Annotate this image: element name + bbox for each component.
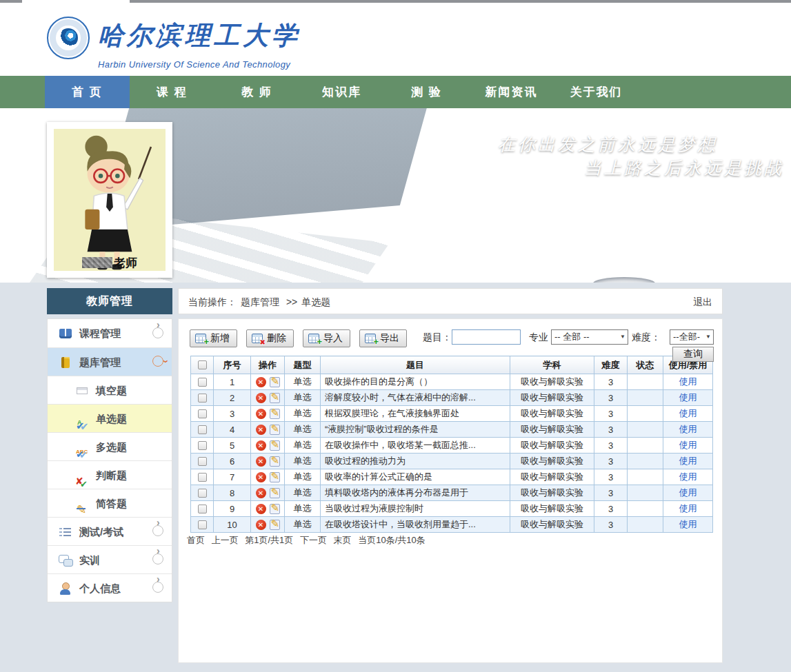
sidebar-item-label: 个人信息	[79, 582, 121, 594]
page-last[interactable]: 末页	[334, 535, 352, 545]
cell-difficulty: 3	[594, 454, 628, 469]
import-button[interactable]: 导入	[303, 329, 350, 347]
row-checkbox[interactable]	[198, 409, 207, 418]
cell-type: 单选	[285, 517, 321, 533]
table-row: 1 单选 吸收操作的目的是分离（） 吸收与解吸实验 3 使用	[191, 374, 713, 390]
sidebar-item-label: 题库管理	[79, 356, 121, 368]
delete-button[interactable]: 删除	[246, 329, 294, 347]
row-checkbox[interactable]	[198, 378, 207, 387]
table-header-row: 序号 操作 题型 题目 学科 难度 状态 使用/禁用	[191, 356, 713, 374]
page-prev[interactable]: 上一页	[212, 535, 239, 545]
row-checkbox[interactable]	[198, 505, 207, 513]
cell-difficulty: 3	[594, 422, 628, 438]
nav-quiz[interactable]: 测 验	[384, 76, 469, 108]
cell-title: 在吸收操作中，吸收塔某一截面总推...	[321, 438, 510, 454]
major-select[interactable]: -- 全部 --	[551, 329, 628, 345]
sidebar-item-question-bank[interactable]: 题库管理	[48, 347, 172, 376]
select-all-checkbox[interactable]	[198, 360, 207, 369]
delete-row-icon[interactable]	[256, 409, 266, 419]
nav-teachers[interactable]: 教 师	[214, 76, 299, 108]
cell-subject: 吸收与解吸实验	[510, 422, 594, 438]
edit-row-icon[interactable]	[270, 520, 280, 530]
university-name-en: Harbin University Of Science And Technol…	[98, 59, 301, 70]
use-link[interactable]: 使用	[679, 471, 697, 482]
column-header: 状态	[628, 356, 663, 374]
delete-row-icon[interactable]	[256, 472, 266, 482]
use-link[interactable]: 使用	[679, 487, 697, 498]
sidebar-item-label: 简答题	[96, 498, 127, 509]
edit-row-icon[interactable]	[270, 472, 280, 482]
use-link[interactable]: 使用	[679, 392, 697, 403]
title-filter-input[interactable]	[452, 329, 521, 345]
sidebar-item-short-answer[interactable]: 简答题	[48, 489, 172, 517]
nav-knowledge-base[interactable]: 知识库	[299, 76, 384, 108]
row-checkbox[interactable]	[198, 473, 207, 482]
edit-row-icon[interactable]	[270, 440, 280, 451]
edit-row-icon[interactable]	[270, 393, 280, 403]
column-header: 题型	[285, 356, 321, 374]
nav-about[interactable]: 关于我们	[554, 76, 639, 108]
university-logo-icon	[47, 17, 90, 59]
column-header: 学科	[510, 356, 594, 374]
delete-row-icon[interactable]	[256, 456, 266, 467]
logout-button[interactable]: 退出	[693, 289, 712, 315]
page-first[interactable]: 首页	[187, 535, 205, 545]
use-link[interactable]: 使用	[679, 408, 697, 418]
sidebar-item-fill-blank[interactable]: 填空题	[48, 376, 172, 404]
sidebar-item-true-false[interactable]: 判断题	[48, 460, 172, 489]
use-link[interactable]: 使用	[679, 440, 697, 450]
nav-news[interactable]: 新闻资讯	[469, 76, 554, 108]
nav-home[interactable]: 首 页	[45, 76, 130, 108]
cell-no: 2	[214, 390, 251, 406]
add-button[interactable]: 新增	[190, 329, 237, 347]
cell-title: 吸收过程的推动力为	[321, 454, 510, 469]
delete-row-icon[interactable]	[256, 520, 266, 530]
use-link[interactable]: 使用	[679, 503, 697, 513]
use-link[interactable]: 使用	[679, 456, 697, 466]
difficulty-select[interactable]: --全部--	[670, 329, 714, 345]
edit-row-icon[interactable]	[270, 504, 280, 514]
breadcrumb: 当前操作：题库管理 >>单选题	[188, 296, 334, 307]
delete-row-icon[interactable]	[256, 425, 266, 435]
delete-row-icon[interactable]	[256, 377, 266, 387]
use-link[interactable]: 使用	[679, 376, 697, 387]
teacher-name: 老师	[47, 255, 172, 271]
major-filter-label: 专业	[529, 332, 548, 344]
use-link[interactable]: 使用	[679, 519, 697, 529]
sidebar-item-test-exam[interactable]: 测试/考试	[48, 517, 172, 545]
cell-type: 单选	[285, 406, 321, 422]
cell-difficulty: 3	[594, 517, 628, 533]
cell-difficulty: 3	[594, 374, 628, 390]
nav-courses[interactable]: 课 程	[130, 76, 214, 108]
row-checkbox[interactable]	[198, 457, 207, 466]
university-logo-block: 哈尔滨理工大学 Harbin University Of Science And…	[47, 12, 301, 70]
row-checkbox[interactable]	[198, 425, 207, 434]
delete-row-icon[interactable]	[256, 393, 266, 403]
sidebar-item-practice[interactable]: 实训	[48, 545, 172, 573]
use-link[interactable]: 使用	[679, 424, 697, 434]
sidebar-item-course-mgmt[interactable]: 课程管理	[48, 319, 172, 347]
cell-type: 单选	[285, 438, 321, 454]
cell-no: 6	[214, 454, 251, 469]
edit-row-icon[interactable]	[270, 377, 280, 387]
sidebar-item-icon	[75, 441, 89, 454]
delete-row-icon[interactable]	[256, 504, 266, 514]
table-row: 6 单选 吸收过程的推动力为 吸收与解吸实验 3 使用	[191, 454, 713, 469]
delete-row-icon[interactable]	[256, 440, 266, 451]
query-button[interactable]: 查询	[672, 347, 714, 362]
edit-row-icon[interactable]	[270, 456, 280, 467]
export-button[interactable]: 导出	[359, 329, 407, 347]
sidebar-title: 教师管理	[47, 288, 172, 314]
edit-row-icon[interactable]	[270, 425, 280, 435]
row-checkbox[interactable]	[198, 394, 207, 403]
sidebar-item-multi-choice[interactable]: 多选题	[48, 432, 172, 460]
row-checkbox[interactable]	[198, 489, 207, 498]
sidebar-item-personal-info[interactable]: 个人信息	[48, 573, 172, 602]
row-checkbox[interactable]	[198, 520, 207, 529]
page-next[interactable]: 下一页	[300, 535, 327, 545]
edit-row-icon[interactable]	[270, 409, 280, 419]
sidebar-item-single-choice[interactable]: 单选题	[48, 404, 172, 432]
row-checkbox[interactable]	[198, 441, 207, 450]
delete-row-icon[interactable]	[256, 488, 266, 498]
edit-row-icon[interactable]	[270, 488, 280, 498]
